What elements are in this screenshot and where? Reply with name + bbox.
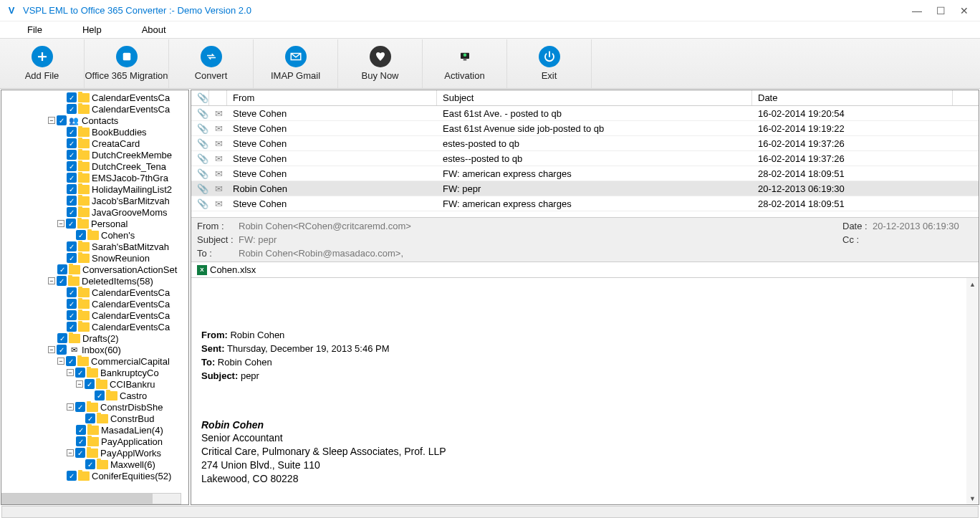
toolbar-gmail[interactable]: IMAP Gmail: [254, 39, 338, 88]
checkbox[interactable]: [67, 150, 77, 160]
close-button[interactable]: ✕: [960, 5, 969, 16]
tree-item[interactable]: −PayApplWorks: [1, 447, 188, 459]
attachment-name[interactable]: Cohen.xlsx: [210, 264, 256, 275]
tree-item[interactable]: EMSJacob-7thGra: [1, 172, 188, 183]
tree-item[interactable]: Jacob'sBarMitzvah: [1, 195, 188, 206]
checkbox[interactable]: [66, 356, 76, 366]
tree-item[interactable]: DutchCreekMembe: [1, 149, 188, 160]
checkbox[interactable]: [67, 161, 77, 171]
expand-toggle-icon[interactable]: −: [67, 369, 74, 376]
tree-item[interactable]: CalendarEventsCa: [1, 92, 188, 103]
tree-item[interactable]: Cohen's: [1, 229, 188, 241]
checkbox[interactable]: [67, 138, 77, 148]
checkbox[interactable]: [67, 241, 77, 251]
checkbox[interactable]: [67, 287, 77, 297]
col-attachment[interactable]: 📎: [191, 90, 209, 105]
checkbox[interactable]: [67, 253, 77, 263]
checkbox[interactable]: [67, 207, 77, 217]
checkbox[interactable]: [95, 390, 105, 401]
expand-toggle-icon[interactable]: −: [67, 403, 74, 411]
checkbox[interactable]: [67, 173, 77, 183]
tree-item[interactable]: ConstrBud: [1, 413, 188, 424]
checkbox[interactable]: [75, 448, 85, 458]
checkbox[interactable]: [67, 104, 77, 114]
checkbox[interactable]: [57, 115, 67, 125]
expand-toggle-icon[interactable]: −: [48, 346, 55, 353]
toolbar-office[interactable]: Office 365 Migration: [85, 39, 169, 88]
checkbox[interactable]: [85, 413, 95, 423]
tree-item[interactable]: −BankruptcyCo: [1, 367, 188, 378]
body-vscrollbar[interactable]: ▲▼: [966, 278, 979, 504]
expand-toggle-icon[interactable]: −: [57, 220, 64, 227]
tree-item[interactable]: −DeletedItems(58): [1, 275, 188, 287]
tree-item[interactable]: Drafts(2): [1, 332, 188, 344]
expand-toggle-icon[interactable]: −: [76, 380, 83, 388]
tree-item[interactable]: CalendarEventsCa: [1, 321, 188, 332]
menu-help[interactable]: Help: [62, 24, 122, 35]
tree-item[interactable]: HolidayMailingList2: [1, 183, 188, 195]
expand-toggle-icon[interactable]: −: [57, 358, 64, 365]
checkbox[interactable]: [57, 276, 67, 286]
checkbox[interactable]: [75, 402, 85, 412]
tree-item[interactable]: −CommercialCapital: [1, 355, 188, 367]
checkbox[interactable]: [76, 436, 86, 446]
tree-item[interactable]: MasadaLien(4): [1, 424, 188, 436]
tree-item[interactable]: JavaGrooveMoms: [1, 206, 188, 218]
toolbar-buy[interactable]: Buy Now: [338, 39, 423, 88]
menu-about[interactable]: About: [122, 24, 186, 35]
tree-item[interactable]: Sarah'sBatMitzvah: [1, 241, 188, 252]
checkbox[interactable]: [66, 219, 76, 229]
checkbox[interactable]: [67, 310, 77, 320]
tree-item[interactable]: PayApplication: [1, 436, 188, 447]
tree-item[interactable]: ConiferEquities(52): [1, 470, 188, 481]
maximize-button[interactable]: ☐: [936, 5, 946, 16]
tree-item[interactable]: CalendarEventsCa: [1, 287, 188, 298]
minimize-button[interactable]: —: [912, 5, 922, 16]
message-row[interactable]: 📎✉Steve Cohenestes-posted to qb16-02-201…: [191, 136, 979, 151]
checkbox[interactable]: [57, 345, 67, 355]
tree-item[interactable]: Castro: [1, 390, 188, 401]
tree-item[interactable]: ConversationActionSet: [1, 264, 188, 275]
checkbox[interactable]: [85, 459, 95, 469]
menu-file[interactable]: File: [0, 24, 62, 35]
tree-item[interactable]: BookBuddies: [1, 126, 188, 138]
tree-item[interactable]: CalendarEventsCa: [1, 298, 188, 310]
checkbox[interactable]: [67, 322, 77, 332]
tree-item[interactable]: SnowReunion: [1, 252, 188, 264]
checkbox[interactable]: [57, 264, 67, 274]
checkbox[interactable]: [57, 333, 67, 343]
checkbox[interactable]: [76, 230, 86, 240]
toolbar-plus[interactable]: Add File: [0, 39, 85, 88]
col-from[interactable]: From: [227, 90, 437, 105]
checkbox[interactable]: [67, 92, 77, 102]
checkbox[interactable]: [76, 425, 86, 435]
toolbar-exit[interactable]: Exit: [507, 39, 592, 88]
checkbox[interactable]: [75, 368, 85, 378]
toolbar-convert[interactable]: Convert: [169, 39, 254, 88]
col-read[interactable]: [209, 90, 227, 105]
tree-item[interactable]: Maxwell(6): [1, 459, 188, 470]
checkbox[interactable]: [67, 471, 77, 481]
checkbox[interactable]: [67, 184, 77, 194]
message-row[interactable]: 📎✉Robin CohenFW: pepr20-12-2013 06:19:30: [191, 181, 979, 196]
checkbox[interactable]: [67, 196, 77, 206]
expand-toggle-icon[interactable]: −: [48, 277, 55, 284]
tree-item[interactable]: −Personal: [1, 218, 188, 229]
tree-item[interactable]: CreataCard: [1, 138, 188, 149]
col-subject[interactable]: Subject: [437, 90, 752, 105]
tree-item[interactable]: −ConstrDisbShe: [1, 401, 188, 413]
message-row[interactable]: 📎✉Steve CohenEast 61st Ave. - posted to …: [191, 106, 979, 121]
tree-item[interactable]: −👥Contacts: [1, 115, 188, 126]
expand-toggle-icon[interactable]: −: [67, 449, 74, 456]
message-row[interactable]: 📎✉Steve Cohenestes--posted to qb16-02-20…: [191, 151, 979, 166]
expand-toggle-icon[interactable]: −: [48, 117, 55, 124]
message-row[interactable]: 📎✉Steve CohenEast 61st Avenue side job-p…: [191, 121, 979, 136]
message-row[interactable]: 📎✉Steve CohenFW: american express charge…: [191, 196, 979, 211]
checkbox[interactable]: [85, 379, 95, 389]
tree-item[interactable]: DutchCreek_Tena: [1, 160, 188, 172]
checkbox[interactable]: [67, 299, 77, 309]
tree-item[interactable]: CalendarEventsCa: [1, 310, 188, 321]
message-row[interactable]: 📎✉Steve CohenFW: american express charge…: [191, 166, 979, 181]
sidebar-hscrollbar[interactable]: [1, 493, 181, 504]
tree-item[interactable]: −✉Inbox(60): [1, 344, 188, 355]
